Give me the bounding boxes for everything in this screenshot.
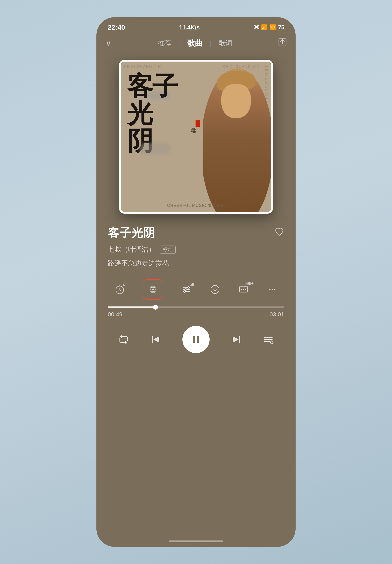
eq-label: off	[190, 282, 194, 287]
timer-label: off	[123, 282, 127, 287]
back-chevron-icon[interactable]: ∨	[105, 39, 111, 48]
battery-icon: 75	[278, 24, 284, 30]
svg-point-20	[274, 289, 275, 290]
phone-container: 22:40 11.4K/s ⌘ 📶 🛜 75 ∨ 推荐 | 歌曲 | 歌词	[97, 17, 295, 547]
song-artist-name[interactable]: 七叔（叶泽浩）	[108, 245, 155, 254]
pause-icon	[190, 333, 202, 346]
download-icon	[210, 284, 221, 295]
svg-point-19	[272, 289, 273, 290]
progress-section[interactable]: 00:49 03:01	[97, 304, 295, 319]
svg-point-17	[245, 289, 246, 290]
next-button[interactable]	[230, 333, 243, 346]
download-button[interactable]	[210, 284, 221, 295]
more-button[interactable]	[267, 284, 278, 295]
album-art: KE ZI GUANG YIN KE ZI GUANG YIN KE ZI GU…	[119, 60, 273, 214]
status-icons: ⌘ 📶 🛜 75	[254, 24, 284, 30]
album-section: KE ZI GUANG YIN KE ZI GUANG YIN KE ZI GU…	[97, 53, 295, 220]
tab-song[interactable]: 歌曲	[187, 38, 203, 48]
status-bar: 22:40 11.4K/s ⌘ 📶 🛜 75	[97, 17, 295, 33]
cloud-decoration-3	[139, 143, 171, 154]
progress-times: 00:49 03:01	[108, 311, 284, 318]
more-icon	[267, 284, 278, 295]
progress-fill	[108, 306, 155, 308]
svg-point-28	[270, 341, 273, 344]
svg-rect-24	[239, 336, 240, 343]
svg-rect-21	[152, 336, 153, 343]
song-artist-row: 七叔（叶泽浩） 标准	[108, 245, 284, 254]
album-pinyin-top-left: KE ZI GUANG YIN	[124, 65, 161, 69]
svg-point-16	[243, 289, 244, 290]
svg-rect-22	[193, 336, 195, 343]
album-title-chinese: 客子光阴	[127, 73, 177, 155]
playback-controls	[97, 319, 295, 358]
status-time: 22:40	[108, 24, 125, 31]
progress-track[interactable]	[108, 306, 284, 308]
svg-point-3	[152, 289, 154, 290]
nav-tabs: 推荐 | 歌曲 | 歌词	[157, 38, 232, 48]
album-red-seal	[196, 120, 200, 127]
pause-button[interactable]	[182, 326, 210, 353]
svg-point-15	[241, 289, 242, 290]
home-indicator	[97, 537, 295, 547]
status-network: 11.4K/s	[179, 24, 200, 31]
song-title: 客子光阴	[108, 225, 155, 241]
comment-button[interactable]: 999+	[238, 284, 249, 295]
svg-point-18	[269, 289, 270, 290]
bluetooth-icon: ⌘	[254, 24, 259, 30]
spatial-audio-button[interactable]	[143, 279, 163, 300]
nav-divider: |	[178, 40, 180, 47]
control-icons-row: off off	[97, 270, 295, 304]
eq-button[interactable]: off	[181, 284, 192, 295]
spatial-audio-icon	[148, 285, 158, 294]
comment-badge: 999+	[244, 281, 254, 286]
queue-button[interactable]	[263, 334, 274, 345]
progress-thumb[interactable]	[153, 305, 158, 310]
timer-button[interactable]: off	[114, 284, 125, 295]
song-title-row: 客子光阴	[108, 225, 284, 241]
lyric-preview: 路遥不急边走边赏花	[108, 259, 284, 268]
quality-badge[interactable]: 标准	[160, 246, 176, 254]
home-bar	[169, 540, 223, 542]
share-icon[interactable]	[278, 38, 287, 48]
progress-total-time: 03:01	[269, 311, 284, 318]
prev-button[interactable]	[149, 333, 162, 346]
signal-icon: 📶	[261, 24, 268, 30]
wifi-icon: 🛜	[269, 24, 276, 30]
svg-rect-23	[197, 336, 199, 343]
progress-current-time: 00:49	[108, 311, 123, 318]
tab-recommend[interactable]: 推荐	[157, 39, 171, 48]
album-person	[203, 62, 271, 212]
album-bottom-label: CHEERFUL MUSIC 青风音乐	[167, 203, 225, 208]
tab-lyrics[interactable]: 歌词	[219, 39, 232, 48]
nav-divider-2: |	[210, 40, 211, 47]
favorite-heart-icon[interactable]	[274, 227, 284, 239]
top-nav: ∨ 推荐 | 歌曲 | 歌词	[97, 33, 295, 53]
song-info: 客子光阴 七叔（叶泽浩） 标准 路遥不急边走边赏花	[97, 220, 295, 270]
repeat-button[interactable]	[118, 334, 129, 345]
